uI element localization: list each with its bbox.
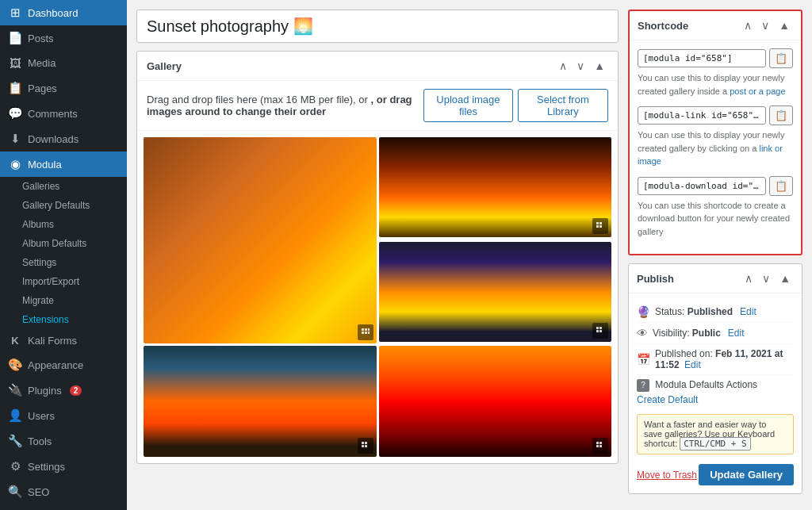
sidebar-item-comments[interactable]: 💬 Comments: [0, 101, 127, 126]
sidebar-item-kali-forms[interactable]: K Kali Forms: [0, 329, 127, 352]
visibility-label: Visibility: Public: [653, 328, 721, 339]
sidebar: ⊞ Dashboard 📄 Posts 🖼 Media 📋 Pages 💬 Co…: [0, 0, 127, 510]
sidebar-item-pages[interactable]: 📋 Pages: [0, 75, 127, 101]
shortcode-input-2[interactable]: [638, 106, 766, 125]
gallery-dropzone-bar: Drag and drop files here (max 16 MB per …: [137, 81, 618, 131]
publish-panel-title: Publish: [637, 273, 674, 285]
publish-panel-header: Publish ∧ ∨ ▲: [629, 264, 802, 293]
sidebar-item-dashboard[interactable]: ⊞ Dashboard: [0, 0, 127, 25]
right-column: Shortcode ∧ ∨ ▲ 📋 You can use this to di…: [628, 10, 802, 500]
select-from-library-button[interactable]: Select from Library: [518, 89, 608, 122]
publish-panel-up[interactable]: ∧: [741, 270, 756, 286]
gallery-panel-controls: ∧ ∨ ▲: [556, 58, 608, 74]
visibility-edit-link[interactable]: Edit: [728, 328, 745, 339]
sidebar-sub-settings[interactable]: Settings: [0, 253, 127, 272]
calendar-icon: 📅: [637, 353, 650, 366]
shortcode-panel-body: 📋 You can use this to display your newly…: [630, 40, 801, 254]
svg-rect-9: [599, 225, 602, 228]
center-column: Sunset photography 🌅 Gallery ∧ ∨ ▲ Drag …: [136, 10, 619, 500]
shortcode-row-3: 📋: [638, 176, 793, 196]
kali-forms-icon: K: [8, 335, 22, 347]
status-edit-link[interactable]: Edit: [740, 306, 756, 317]
create-default-link[interactable]: Create Default: [637, 394, 794, 405]
sidebar-item-users[interactable]: 👤 Users: [0, 403, 127, 428]
sidebar-sub-import-export[interactable]: Import/Export: [0, 272, 127, 291]
sidebar-item-litespeed[interactable]: ⚡ LiteSpeed Cache: [0, 504, 127, 510]
sidebar-item-media[interactable]: 🖼 Media: [0, 51, 127, 75]
shortcode-desc-3: You can use this shortcode to create a d…: [638, 199, 793, 239]
help-icon: ?: [637, 379, 649, 392]
publish-visibility-row: 👁 Visibility: Public Edit: [637, 323, 794, 344]
update-gallery-button[interactable]: Update Gallery: [699, 464, 794, 485]
sidebar-item-modula[interactable]: ◉ Modula: [0, 151, 127, 177]
shortcode-panel-controls: ∧ ∨ ▲: [741, 17, 793, 33]
gallery-panel-up[interactable]: ∧: [556, 58, 570, 74]
post-or-page-link[interactable]: post or a page: [730, 86, 785, 96]
gallery-image-5[interactable]: [379, 346, 612, 457]
svg-rect-19: [599, 442, 602, 444]
publish-panel-down[interactable]: ∨: [759, 270, 773, 286]
shortcode-copy-btn-2[interactable]: 📋: [769, 105, 793, 125]
sidebar-item-plugins[interactable]: 🔌 Plugins 2: [0, 378, 127, 403]
move-to-trash-button[interactable]: Move to Trash: [637, 470, 697, 481]
svg-rect-12: [596, 330, 599, 332]
shortcode-input-3[interactable]: [638, 177, 766, 195]
sidebar-item-downloads[interactable]: ⬇ Downloads: [0, 126, 127, 151]
gallery-image-1[interactable]: [144, 137, 377, 343]
gallery-image-4[interactable]: [144, 346, 377, 457]
gallery-image-3[interactable]: [379, 242, 612, 342]
svg-rect-15: [365, 442, 367, 444]
shortcode-panel-down[interactable]: ∨: [758, 17, 772, 33]
gallery-panel-title: Gallery: [147, 60, 182, 72]
gallery-panel: Gallery ∧ ∨ ▲ Drag and drop files here (…: [136, 51, 619, 464]
plugins-badge: 2: [70, 385, 82, 396]
svg-rect-18: [596, 442, 599, 444]
upload-image-files-button[interactable]: Upload image files: [423, 89, 513, 122]
shortcode-input-1[interactable]: [638, 49, 766, 67]
visibility-icon: 👁: [637, 327, 648, 339]
modula-icon: ◉: [8, 157, 22, 171]
image-drag-handle-1: [358, 324, 373, 340]
svg-rect-0: [362, 328, 364, 331]
sidebar-sub-gallery-defaults[interactable]: Gallery Defaults: [0, 196, 127, 215]
sidebar-sub-galleries[interactable]: Galleries: [0, 177, 127, 196]
publish-panel-close[interactable]: ▲: [776, 270, 794, 286]
shortcode-copy-btn-3[interactable]: 📋: [769, 176, 793, 196]
published-edit-link[interactable]: Edit: [684, 359, 701, 370]
svg-rect-7: [599, 222, 602, 224]
sidebar-item-posts[interactable]: 📄 Posts: [0, 25, 127, 51]
appearance-icon: 🎨: [8, 358, 22, 372]
shortcode-panel-header: Shortcode ∧ ∨ ▲: [630, 11, 801, 40]
svg-rect-3: [362, 332, 364, 334]
sidebar-sub-album-defaults[interactable]: Album Defaults: [0, 234, 127, 253]
keyboard-shortcut-notice: Want a faster and easier way to save gal…: [637, 414, 794, 454]
svg-rect-8: [596, 225, 599, 228]
sidebar-item-seo[interactable]: 🔍 SEO: [0, 479, 127, 504]
image-drag-handle-4: [358, 438, 373, 454]
status-label: Status: Published: [655, 306, 733, 317]
comments-icon: 💬: [8, 106, 22, 121]
sidebar-sub-migrate[interactable]: Migrate: [0, 291, 127, 310]
sidebar-sub-albums[interactable]: Albums: [0, 215, 127, 234]
shortcode-copy-btn-1[interactable]: 📋: [769, 48, 793, 68]
svg-rect-2: [368, 328, 370, 331]
image-drag-handle-3: [592, 323, 608, 339]
shortcode-panel-close[interactable]: ▲: [776, 17, 793, 33]
sidebar-item-settings[interactable]: ⚙ Settings: [0, 454, 127, 479]
sidebar-item-appearance[interactable]: 🎨 Appearance: [0, 352, 127, 378]
sidebar-item-tools[interactable]: 🔧 Tools: [0, 428, 127, 454]
dashboard-icon: ⊞: [8, 6, 22, 20]
modula-defaults-section: ? Modula Defaults Actions Create Default: [637, 375, 794, 409]
gallery-image-2[interactable]: [379, 137, 612, 237]
settings-icon: ⚙: [8, 459, 22, 474]
svg-rect-1: [365, 328, 367, 331]
link-or-image-link[interactable]: link or image: [638, 144, 783, 167]
media-icon: 🖼: [8, 56, 22, 70]
sidebar-sub-extensions[interactable]: Extensions: [0, 310, 127, 329]
gallery-panel-close[interactable]: ▲: [591, 58, 608, 74]
svg-rect-5: [368, 332, 370, 334]
publish-date-row: 📅 Published on: Feb 11, 2021 at 11:52 Ed…: [637, 344, 794, 375]
shortcode-panel-up[interactable]: ∧: [741, 17, 755, 33]
gallery-panel-down[interactable]: ∨: [573, 58, 588, 74]
svg-rect-20: [596, 445, 599, 447]
